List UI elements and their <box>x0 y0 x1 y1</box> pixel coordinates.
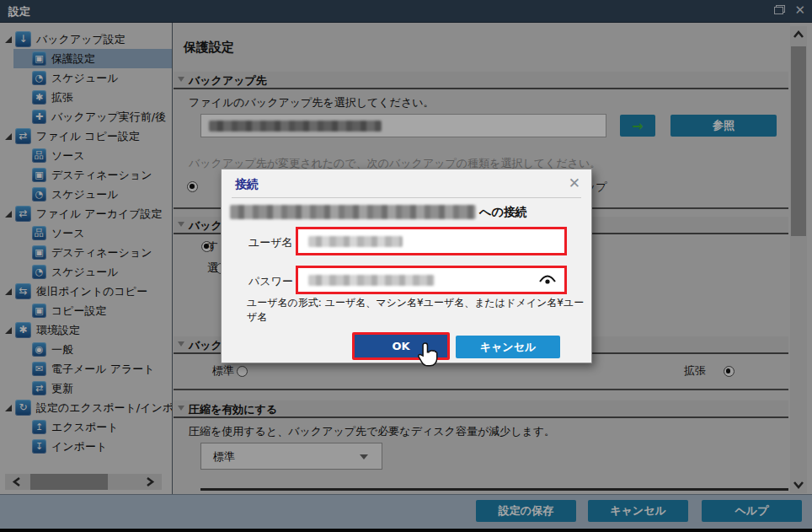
dialog-title: 接続 <box>235 177 259 192</box>
username-label: ユーザ名 <box>248 235 293 250</box>
mouse-cursor <box>417 342 439 370</box>
redacted-server-name <box>230 205 476 219</box>
password-visibility-icon[interactable] <box>539 274 556 288</box>
username-input[interactable] <box>296 227 567 255</box>
username-format-hint: ユーザ名の形式: ユーザ名、マシン名¥ユーザ名、またはドメイン名¥ユーザ名 <box>247 296 592 325</box>
connection-dialog: 接続 ✕ への接続 ユーザ名 パスワード ユーザ名の形式: ユーザ名、マシン名¥… <box>221 169 592 363</box>
server-connect-text: への接続 <box>479 205 527 220</box>
redacted-username-value <box>308 236 403 247</box>
password-input[interactable] <box>296 266 567 294</box>
cancel-button[interactable]: キャンセル <box>456 336 560 358</box>
divider <box>232 197 581 198</box>
redacted-password-value <box>308 275 435 286</box>
close-icon[interactable]: ✕ <box>569 175 580 191</box>
